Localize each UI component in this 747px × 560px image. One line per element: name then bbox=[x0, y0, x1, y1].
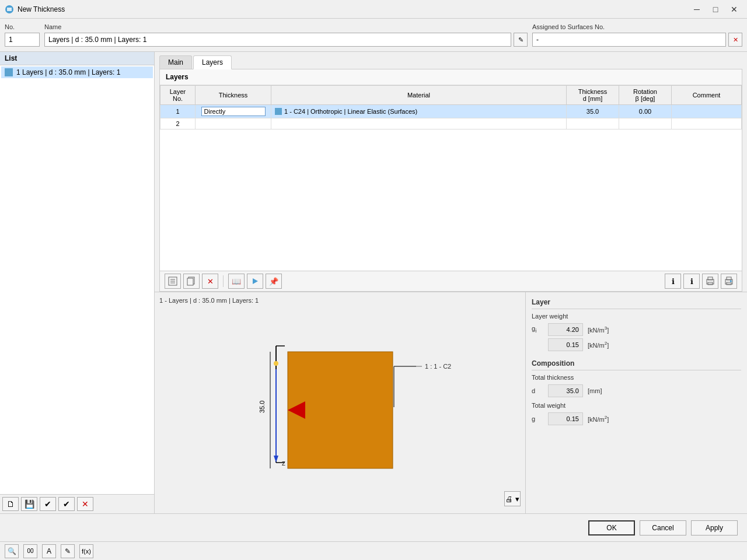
tabs: Main Layers bbox=[155, 52, 747, 69]
status-search-icon[interactable]: 🔍 bbox=[5, 544, 19, 558]
svg-rect-1 bbox=[7, 8, 12, 11]
top-section: No. Name ✎ Assigned to Surfaces No. ✕ bbox=[0, 19, 747, 52]
d-label: d bbox=[532, 387, 543, 394]
g-row: g 0.15 [kN/m2] bbox=[532, 412, 741, 425]
bottom-area: 1 - Layers | d : 35.0 mm | Layers: 1 bbox=[155, 292, 747, 513]
svg-text:1 : 1 - C24 | Orthotr...: 1 : 1 - C24 | Orthotr... bbox=[425, 363, 451, 370]
col-layer-no: LayerNo. bbox=[160, 86, 196, 105]
assigned-input[interactable] bbox=[532, 33, 726, 47]
status-num-icon[interactable]: 00 bbox=[23, 544, 37, 558]
composition-group: Composition Total thickness d 35.0 [mm] … bbox=[532, 359, 741, 428]
tab-layers[interactable]: Layers bbox=[193, 55, 232, 69]
app-icon bbox=[5, 5, 14, 14]
table-row[interactable]: 2 bbox=[160, 118, 742, 130]
pin-button[interactable]: 📌 bbox=[266, 274, 282, 289]
weight-label: Layer weight bbox=[532, 313, 741, 320]
gi-value: 4.20 bbox=[548, 323, 583, 336]
dialog: No. Name ✎ Assigned to Surfaces No. ✕ Li… bbox=[0, 19, 747, 560]
svg-rect-7 bbox=[187, 278, 193, 285]
total-thickness-label: Total thickness bbox=[532, 374, 741, 381]
col-material: Material bbox=[271, 86, 567, 105]
gi-label: gi bbox=[532, 325, 543, 334]
g2-value: 0.15 bbox=[548, 338, 583, 351]
title-bar: New Thickness ─ □ ✕ bbox=[0, 0, 747, 19]
list-check2-button[interactable]: ✔ bbox=[58, 497, 75, 511]
main-panel: Main Layers Layers LayerNo. Thickness Ma… bbox=[155, 52, 747, 513]
info2-button[interactable]: ℹ bbox=[665, 274, 681, 289]
col-thickness-mm: Thicknessd [mm] bbox=[567, 86, 619, 105]
cell-rotation: 0.00 bbox=[619, 105, 672, 118]
diagram-title: 1 - Layers | d : 35.0 mm | Layers: 1 bbox=[159, 297, 521, 304]
cell-thickness-mm-2 bbox=[567, 118, 619, 130]
apply-button[interactable]: Apply bbox=[691, 520, 738, 536]
svg-marker-8 bbox=[253, 278, 258, 284]
cell-layer-no: 1 bbox=[160, 105, 196, 118]
name-edit-button[interactable]: ✎ bbox=[514, 33, 528, 47]
book-button[interactable]: 📖 bbox=[228, 274, 245, 289]
status-text-icon[interactable]: A bbox=[42, 544, 56, 558]
status-fx-icon[interactable]: f(x) bbox=[79, 544, 93, 558]
assigned-row: ✕ bbox=[532, 33, 742, 47]
cell-thickness[interactable] bbox=[196, 105, 271, 118]
list-copy-button[interactable]: 💾 bbox=[21, 497, 37, 511]
no-input[interactable] bbox=[5, 33, 40, 47]
window-title: New Thickness bbox=[18, 5, 689, 13]
layers-table: LayerNo. Thickness Material Thicknessd [… bbox=[160, 85, 742, 130]
status-bar: 🔍 00 A ✎ f(x) bbox=[0, 541, 747, 560]
minimize-button[interactable]: ─ bbox=[689, 3, 705, 16]
list-check1-button[interactable]: ✔ bbox=[40, 497, 56, 511]
content-area: List 1 Layers | d : 35.0 mm | Layers: 1 … bbox=[0, 52, 747, 513]
diagram-svg: 35.0 z 1 : 1 - C24 | Orthotr... bbox=[229, 317, 451, 480]
svg-text:z: z bbox=[282, 459, 285, 467]
table-row[interactable]: 1 1 - C24 | Orthotropic | Linear Elastic… bbox=[160, 105, 742, 118]
run-button[interactable] bbox=[247, 274, 263, 289]
svg-marker-27 bbox=[274, 456, 278, 463]
layer-weight-group: Layer Layer weight gi 4.20 [kN/m3] 0.15 … bbox=[532, 298, 741, 354]
cell-material-2 bbox=[271, 118, 567, 130]
table-toolbar: ✕ 📖 📌 ℹ ℹ bbox=[160, 271, 742, 291]
gi-row: gi 4.20 [kN/m3] bbox=[532, 323, 741, 336]
list-item[interactable]: 1 Layers | d : 35.0 mm | Layers: 1 bbox=[1, 66, 153, 78]
add-layer-button[interactable] bbox=[165, 274, 181, 289]
composition-header: Composition bbox=[532, 359, 741, 370]
cell-layer-no-2: 2 bbox=[160, 118, 196, 130]
close-button[interactable]: ✕ bbox=[726, 3, 742, 16]
cancel-button[interactable]: Cancel bbox=[640, 520, 686, 536]
g2-unit: [kN/m2] bbox=[588, 341, 609, 349]
action-bar: OK Cancel Apply bbox=[0, 513, 747, 541]
print1-button[interactable] bbox=[702, 274, 718, 289]
assigned-label: Assigned to Surfaces No. bbox=[532, 23, 742, 30]
info3-button[interactable]: ℹ bbox=[683, 274, 700, 289]
list-item-label: 1 Layers | d : 35.0 mm | Layers: 1 bbox=[16, 68, 120, 76]
tab-main[interactable]: Main bbox=[159, 55, 192, 69]
list-new-button[interactable]: 🗋 bbox=[2, 497, 19, 511]
ok-button[interactable]: OK bbox=[588, 520, 635, 536]
list-item-icon bbox=[5, 68, 13, 76]
name-input[interactable] bbox=[44, 33, 511, 47]
layers-section-header: Layers bbox=[160, 69, 742, 85]
d-row: d 35.0 [mm] bbox=[532, 384, 741, 397]
d-value: 35.0 bbox=[548, 384, 583, 397]
diagram-footer: 🖨 ▾ bbox=[159, 489, 521, 509]
separator1 bbox=[223, 275, 224, 287]
copy-layer-button[interactable] bbox=[183, 274, 200, 289]
maximize-button[interactable]: □ bbox=[707, 3, 724, 16]
name-row: ✎ bbox=[44, 33, 528, 47]
cell-comment-2 bbox=[672, 118, 742, 130]
assigned-field-group: Assigned to Surfaces No. ✕ bbox=[532, 23, 742, 47]
status-edit-icon[interactable]: ✎ bbox=[61, 544, 75, 558]
svg-text:35.0: 35.0 bbox=[259, 400, 266, 412]
list-header: List bbox=[0, 52, 154, 65]
col-rotation: Rotationβ [deg] bbox=[619, 86, 672, 105]
thickness-input[interactable] bbox=[201, 107, 266, 116]
no-label: No. bbox=[5, 23, 40, 30]
delete-layer-button[interactable]: ✕ bbox=[202, 274, 218, 289]
print2-button[interactable] bbox=[721, 274, 737, 289]
cell-comment bbox=[672, 105, 742, 118]
list-body: 1 Layers | d : 35.0 mm | Layers: 1 bbox=[0, 65, 154, 494]
diagram-print-button[interactable]: 🖨 ▾ bbox=[504, 491, 521, 506]
list-delete-button[interactable]: ✕ bbox=[77, 497, 93, 511]
cell-material: 1 - C24 | Orthotropic | Linear Elastic (… bbox=[271, 105, 567, 118]
layers-table-container: LayerNo. Thickness Material Thicknessd [… bbox=[160, 85, 742, 271]
assigned-clear-button[interactable]: ✕ bbox=[728, 33, 742, 47]
